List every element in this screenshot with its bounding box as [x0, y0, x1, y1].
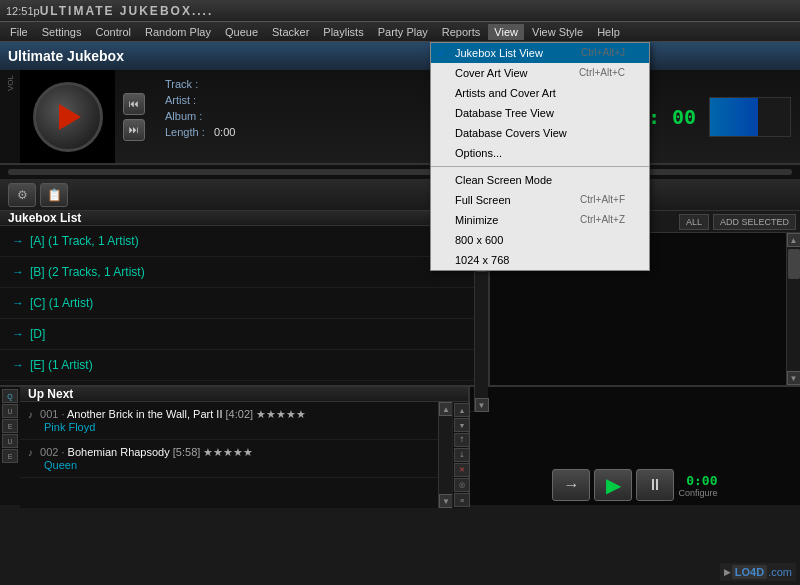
- volume-indicator: VOL: [0, 70, 20, 163]
- app-header: Ultimate Jukebox: [0, 42, 800, 70]
- up-next-title-1: ♪ 001 · Another Brick in the Wall, Part …: [28, 408, 430, 421]
- jukebox-item-a[interactable]: → [A] (1 Track, 1 Artist): [0, 226, 474, 257]
- volume-slider-area[interactable]: [709, 97, 791, 137]
- menu-random-play[interactable]: Random Play: [139, 24, 217, 40]
- pause-button[interactable]: ⏸: [636, 469, 674, 501]
- arrow-icon-d: →: [12, 327, 24, 341]
- move-down-button[interactable]: ▼: [454, 418, 470, 432]
- side-btn-4[interactable]: U: [2, 434, 18, 448]
- music-note-icon-1: ♪: [28, 409, 33, 420]
- play-button[interactable]: ▶: [594, 469, 632, 501]
- dropdown-full-screen[interactable]: Full Screen Ctrl+Alt+F: [431, 190, 649, 210]
- dropdown-jukebox-list-view[interactable]: Jukebox List View Ctrl+Alt+J: [431, 43, 649, 63]
- up-next-list-area: ♪ 001 · Another Brick in the Wall, Part …: [20, 402, 468, 508]
- dropdown-options[interactable]: Options...: [431, 143, 649, 163]
- menu-view[interactable]: View: [488, 24, 524, 40]
- jukebox-label-d: [D]: [30, 327, 45, 341]
- jukebox-item-e[interactable]: → [E] (1 Artist): [0, 350, 474, 381]
- move-bottom-button[interactable]: ⤓: [454, 448, 470, 462]
- toolbar-settings-button[interactable]: ⚙: [8, 183, 36, 207]
- move-up-button[interactable]: ▲: [454, 403, 470, 417]
- clear-button[interactable]: ◎: [454, 478, 470, 492]
- right-scroll-up[interactable]: ▲: [787, 233, 801, 247]
- dropdown-clean-screen[interactable]: Clean Screen Mode: [431, 170, 649, 190]
- length-value: 0:00: [214, 126, 235, 138]
- side-btn-5[interactable]: E: [2, 449, 18, 463]
- bottom-right-panel: → ▶ ⏸ 0:00 Configure ▶ LO4D .com: [470, 387, 800, 505]
- options-button[interactable]: ≡: [454, 493, 470, 507]
- delete-button[interactable]: ✕: [454, 463, 470, 477]
- progress-bar[interactable]: [8, 169, 792, 175]
- menu-control[interactable]: Control: [89, 24, 136, 40]
- up-next-list: ♪ 001 · Another Brick in the Wall, Part …: [20, 402, 438, 508]
- album-art: [33, 82, 103, 152]
- menu-settings[interactable]: Settings: [36, 24, 88, 40]
- dropdown-database-tree[interactable]: Database Tree View: [431, 103, 649, 123]
- side-btn-2[interactable]: U: [2, 404, 18, 418]
- menu-file[interactable]: File: [4, 24, 34, 40]
- up-next-item-2[interactable]: ♪ 002 · Bohemian Rhapsody [5:58] ★★★★★ Q…: [20, 440, 438, 478]
- jukebox-label-c: [C] (1 Artist): [30, 296, 93, 310]
- next-button[interactable]: →: [552, 469, 590, 501]
- all-button[interactable]: ALL: [679, 214, 709, 230]
- dropdown-database-covers[interactable]: Database Covers View: [431, 123, 649, 143]
- up-next-artist-1: Pink Floyd: [28, 421, 430, 433]
- side-btn-3[interactable]: E: [2, 419, 18, 433]
- up-next-header: Up Next: [20, 387, 468, 402]
- title-time: 12:51p: [6, 5, 40, 17]
- dropdown-800x600[interactable]: 800 x 600: [431, 230, 649, 250]
- watermark-container: ▶ LO4D .com: [720, 563, 796, 581]
- watermark: ▶ LO4D .com: [720, 563, 796, 581]
- main-content: Jukebox List → [A] (1 Track, 1 Artist) →…: [0, 211, 800, 385]
- title-text: ULTIMATE JUKEBOX....: [40, 4, 214, 18]
- time-display-bottom: 0:00: [686, 473, 717, 488]
- dropdown-minimize[interactable]: Minimize Ctrl+Alt+Z: [431, 210, 649, 230]
- menu-playlists[interactable]: Playlists: [317, 24, 369, 40]
- configure-label[interactable]: Configure: [678, 488, 717, 498]
- right-scroll-down[interactable]: ▼: [787, 371, 801, 385]
- play-icon: [59, 104, 81, 130]
- menu-stacker[interactable]: Stacker: [266, 24, 315, 40]
- menu-view-style[interactable]: View Style: [526, 24, 589, 40]
- prev-track-button[interactable]: ⏮: [123, 93, 145, 115]
- dropdown-1024x768[interactable]: 1024 x 768: [431, 250, 649, 270]
- time-configure-area: 0:00 Configure: [678, 473, 717, 498]
- move-top-button[interactable]: ⤒: [454, 433, 470, 447]
- jukebox-label-b: [B] (2 Tracks, 1 Artist): [30, 265, 145, 279]
- up-next-title-2: ♪ 002 · Bohemian Rhapsody [5:58] ★★★★★: [28, 446, 430, 459]
- next-track-button[interactable]: ⏭: [123, 119, 145, 141]
- jukebox-item-d[interactable]: → [D]: [0, 319, 474, 350]
- menu-help[interactable]: Help: [591, 24, 626, 40]
- jukebox-header: Jukebox List: [0, 211, 488, 226]
- up-next-scroll-down[interactable]: ▼: [439, 494, 453, 508]
- dropdown-artists-cover-art[interactable]: Artists and Cover Art: [431, 83, 649, 103]
- jukebox-item-c[interactable]: → [C] (1 Artist): [0, 288, 474, 319]
- jukebox-list-area: → [A] (1 Track, 1 Artist) → [B] (2 Track…: [0, 226, 488, 412]
- menu-queue[interactable]: Queue: [219, 24, 264, 40]
- menu-reports[interactable]: Reports: [436, 24, 487, 40]
- right-scrollbar[interactable]: ▲ ▼: [786, 233, 800, 385]
- artist-label: Artist :: [165, 94, 210, 106]
- jukebox-list: → [A] (1 Track, 1 Artist) → [B] (2 Track…: [0, 226, 474, 412]
- music-note-icon-2: ♪: [28, 447, 33, 458]
- bottom-section: Q U E U E Up Next ♪ 001 · Another Brick …: [0, 385, 800, 505]
- arrow-icon-c: →: [12, 296, 24, 310]
- right-scroll-thumb[interactable]: [788, 249, 800, 279]
- jukebox-label-a: [A] (1 Track, 1 Artist): [30, 234, 139, 248]
- jukebox-label-e: [E] (1 Artist): [30, 358, 93, 372]
- player-controls-right: [700, 70, 800, 163]
- up-next-item-1[interactable]: ♪ 001 · Another Brick in the Wall, Part …: [20, 402, 438, 440]
- add-selected-button[interactable]: ADD SELECTED: [713, 214, 796, 230]
- title-bar: 12:51p ULTIMATE JUKEBOX....: [0, 0, 800, 22]
- progress-area: [0, 165, 800, 179]
- up-next-scrollbar[interactable]: ▲ ▼: [438, 402, 452, 508]
- dropdown-cover-art-view[interactable]: Cover Art View Ctrl+Alt+C: [431, 63, 649, 83]
- up-next-scroll-up[interactable]: ▲: [439, 402, 453, 416]
- toolbar-list-button[interactable]: 📋: [40, 183, 68, 207]
- menu-party-play[interactable]: Party Play: [372, 24, 434, 40]
- watermark-logo: LO4D: [732, 565, 767, 579]
- up-next-side-controls: ▲ ▼ ⤒ ⤓ ✕ ◎ ≡: [452, 402, 468, 508]
- jukebox-item-b[interactable]: → [B] (2 Tracks, 1 Artist): [0, 257, 474, 288]
- watermark-domain: .com: [768, 566, 792, 578]
- side-btn-1[interactable]: Q: [2, 389, 18, 403]
